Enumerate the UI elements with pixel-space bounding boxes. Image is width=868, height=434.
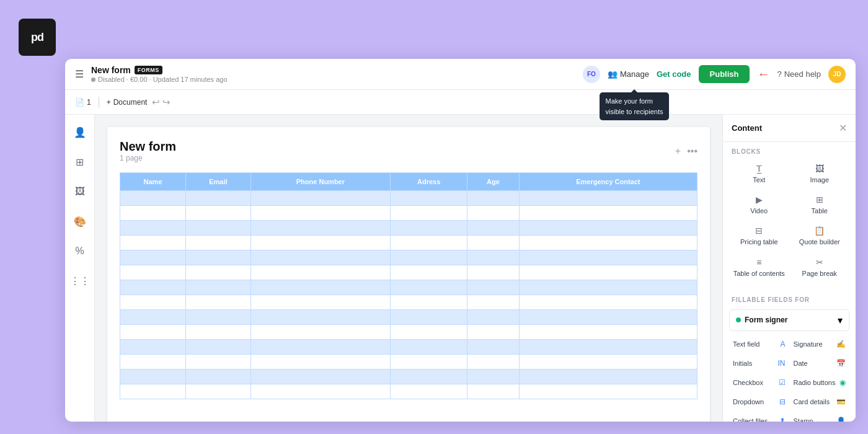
table-cell[interactable] — [120, 325, 186, 340]
table-cell[interactable] — [467, 250, 519, 265]
table-cell[interactable] — [186, 384, 251, 399]
table-cell[interactable] — [186, 355, 251, 370]
table-cell[interactable] — [467, 295, 519, 310]
table-cell[interactable] — [250, 340, 390, 355]
get-code-button[interactable]: Get code — [657, 69, 691, 79]
table-cell[interactable] — [250, 325, 390, 340]
table-cell[interactable] — [519, 250, 697, 265]
table-cell[interactable] — [519, 295, 697, 310]
table-cell[interactable] — [467, 206, 519, 221]
table-cell[interactable] — [250, 250, 390, 265]
table-cell[interactable] — [519, 280, 697, 295]
table-cell[interactable] — [391, 310, 467, 325]
sidebar-icon-percent[interactable]: % — [70, 241, 90, 261]
table-cell[interactable] — [120, 370, 186, 384]
table-cell[interactable] — [391, 206, 467, 221]
menu-icon[interactable]: ☰ — [75, 68, 84, 80]
table-cell[interactable] — [250, 280, 390, 295]
field-item-signature[interactable]: Signature✍ — [790, 335, 850, 353]
table-cell[interactable] — [519, 191, 697, 206]
table-cell[interactable] — [120, 280, 186, 295]
field-item-stamp[interactable]: Stamp👤 — [790, 412, 850, 422]
table-cell[interactable] — [467, 280, 519, 295]
table-cell[interactable] — [250, 384, 390, 399]
table-cell[interactable] — [467, 236, 519, 250]
table-cell[interactable] — [391, 250, 467, 265]
table-cell[interactable] — [186, 325, 251, 340]
table-cell[interactable] — [467, 191, 519, 206]
block-item-table-of-contents[interactable]: ≡Table of contents — [729, 252, 789, 283]
table-cell[interactable] — [391, 236, 467, 250]
table-cell[interactable] — [120, 221, 186, 236]
table-cell[interactable] — [186, 206, 251, 221]
table-cell[interactable] — [120, 295, 186, 310]
undo-button[interactable]: ↩ — [152, 97, 160, 108]
sidebar-icon-colors[interactable]: 🎨 — [70, 211, 90, 231]
table-cell[interactable] — [186, 221, 251, 236]
block-item-table[interactable]: ⊞Table — [790, 190, 850, 220]
add-document-button[interactable]: + Document — [107, 98, 148, 107]
block-item-text[interactable]: T̲Text — [729, 159, 789, 189]
table-cell[interactable] — [467, 370, 519, 384]
table-cell[interactable] — [186, 370, 251, 384]
table-cell[interactable] — [250, 295, 390, 310]
table-cell[interactable] — [391, 355, 467, 370]
sidebar-icon-blocks[interactable]: ⊞ — [70, 152, 90, 172]
field-item-date[interactable]: Date📅 — [790, 354, 850, 373]
table-cell[interactable] — [186, 340, 251, 355]
table-cell[interactable] — [467, 355, 519, 370]
table-cell[interactable] — [186, 310, 251, 325]
field-item-checkbox[interactable]: Checkbox☑ — [729, 373, 789, 392]
block-item-video[interactable]: ▶Video — [729, 190, 789, 220]
sidebar-icon-apps[interactable]: ⋮⋮ — [70, 271, 90, 291]
table-cell[interactable] — [519, 206, 697, 221]
table-cell[interactable] — [519, 310, 697, 325]
table-cell[interactable] — [120, 191, 186, 206]
table-cell[interactable] — [250, 206, 390, 221]
table-cell[interactable] — [250, 355, 390, 370]
manage-button[interactable]: 👥 Manage — [608, 69, 649, 79]
table-cell[interactable] — [467, 310, 519, 325]
table-cell[interactable] — [519, 221, 697, 236]
close-panel-button[interactable]: ✕ — [839, 122, 847, 134]
field-item-dropdown[interactable]: Dropdown⊟ — [729, 392, 789, 411]
table-cell[interactable] — [186, 280, 251, 295]
table-cell[interactable] — [519, 355, 697, 370]
field-item-card-details[interactable]: Card details💳 — [790, 392, 850, 411]
block-item-page-break[interactable]: ✂Page break — [790, 252, 850, 283]
table-cell[interactable] — [519, 236, 697, 250]
table-cell[interactable] — [391, 295, 467, 310]
table-cell[interactable] — [391, 191, 467, 206]
table-cell[interactable] — [519, 265, 697, 280]
table-cell[interactable] — [120, 384, 186, 399]
block-item-image[interactable]: 🖼Image — [790, 159, 850, 189]
table-cell[interactable] — [467, 384, 519, 399]
table-cell[interactable] — [186, 250, 251, 265]
table-cell[interactable] — [467, 221, 519, 236]
table-cell[interactable] — [120, 355, 186, 370]
redo-button[interactable]: ↪ — [162, 97, 170, 108]
publish-button[interactable]: Publish — [699, 65, 750, 83]
table-cell[interactable] — [467, 325, 519, 340]
table-cell[interactable] — [186, 265, 251, 280]
table-cell[interactable] — [467, 265, 519, 280]
help-button[interactable]: ? Need help — [777, 69, 821, 79]
table-cell[interactable] — [120, 310, 186, 325]
table-cell[interactable] — [391, 384, 467, 399]
more-options-icon[interactable]: ••• — [687, 146, 698, 157]
table-cell[interactable] — [391, 221, 467, 236]
table-cell[interactable] — [250, 191, 390, 206]
table-cell[interactable] — [250, 265, 390, 280]
table-cell[interactable] — [391, 370, 467, 384]
table-cell[interactable] — [186, 236, 251, 250]
sidebar-icon-contacts[interactable]: 👤 — [70, 122, 90, 142]
table-cell[interactable] — [391, 340, 467, 355]
sidebar-icon-media[interactable]: 🖼 — [70, 182, 90, 202]
table-cell[interactable] — [519, 340, 697, 355]
table-cell[interactable] — [519, 325, 697, 340]
field-item-text-field[interactable]: Text fieldA — [729, 335, 789, 353]
table-cell[interactable] — [120, 206, 186, 221]
table-cell[interactable] — [120, 340, 186, 355]
field-item-initials[interactable]: InitialsIN — [729, 354, 789, 373]
table-cell[interactable] — [250, 370, 390, 384]
